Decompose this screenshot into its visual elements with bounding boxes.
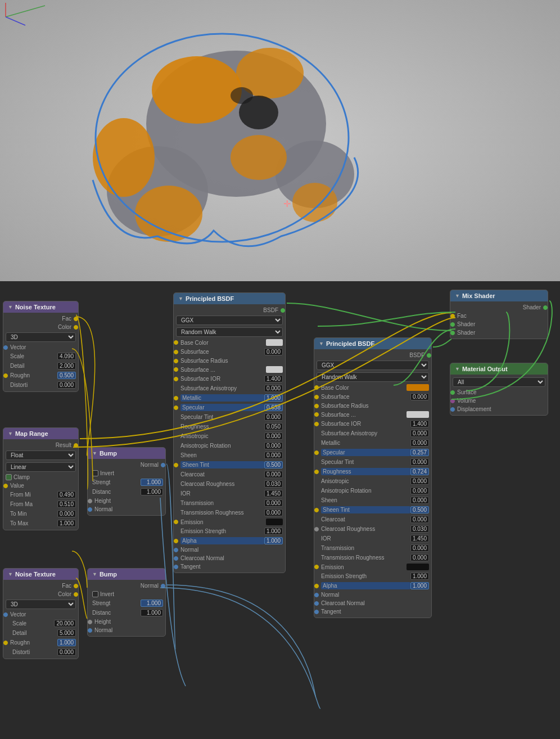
collapse-icon-3[interactable]: ▼ (8, 571, 13, 577)
principled-bsdf-1-node: ▼ Principled BSDF BSDF GGX Random Walk B… (173, 292, 286, 573)
svg-point-11 (292, 183, 337, 222)
roughness-socket-1 (3, 373, 8, 378)
bump-2-title: Bump (100, 571, 117, 578)
color-socket-2 (74, 592, 78, 597)
alpha-socket-1 (174, 539, 178, 543)
detail-value-1: 2.000 (57, 362, 76, 370)
tangent-socket-1 (174, 565, 178, 569)
emission-socket-1 (174, 520, 178, 524)
distance-value-2: 1.000 (141, 609, 163, 616)
base-color-socket-2 (314, 385, 319, 390)
specular-socket-2 (314, 450, 319, 455)
volume-socket (450, 399, 455, 403)
normal-input-socket-1 (88, 507, 92, 512)
map-range-title: Map Range (15, 430, 48, 437)
to-min-value: 0.000 (57, 510, 76, 517)
sub-ior-socket-2 (314, 422, 319, 426)
bump-2-node: ▼ Bump Normal Invert Strengt 1.000 Dista… (87, 568, 166, 637)
shader-input-socket-1 (450, 322, 455, 327)
clearcoat-roughness-socket-2 (314, 527, 319, 531)
invert-checkbox-2[interactable] (92, 591, 98, 597)
result-socket (74, 443, 78, 448)
displacement-socket (450, 407, 455, 412)
detail-value-2: 5.000 (57, 629, 76, 637)
bsdf-output-socket-2 (427, 353, 431, 358)
svg-point-9 (231, 135, 287, 180)
map-range-node: ▼ Map Range Result Float Linear Clamp (3, 427, 79, 530)
collapse-icon-9[interactable]: ▼ (455, 366, 460, 372)
mix-shader-node: ▼ Mix Shader Shader Fac Shader Shader (450, 290, 548, 339)
type-dropdown[interactable]: Float (6, 450, 76, 460)
bsdf-output-socket-1 (281, 308, 285, 313)
roughness-value-1: 0.500 (57, 372, 76, 379)
collapse-icon-6[interactable]: ▼ (178, 296, 183, 301)
roughness-socket-2 (3, 641, 8, 645)
fac-socket-mix (450, 314, 455, 318)
collapse-icon-4[interactable]: ▼ (92, 450, 97, 456)
sheen-tint-socket-2 (314, 508, 319, 512)
metallic-socket-1 (174, 396, 178, 400)
collapse-icon-5[interactable]: ▼ (92, 571, 97, 577)
svg-point-6 (152, 56, 242, 124)
tangent-socket-2 (314, 610, 319, 614)
strength-value-2: 1.000 (141, 600, 163, 607)
pbsdf-2-title: Principled BSDF (326, 340, 374, 347)
material-output-title: Material Output (462, 366, 508, 372)
collapse-icon-8[interactable]: ▼ (455, 293, 460, 299)
viewport: ✛ (0, 0, 560, 281)
specular-socket-1 (174, 405, 178, 410)
distortion-value-1: 0.000 (57, 381, 76, 389)
mix-shader-title: Mix Shader (462, 292, 495, 299)
clearcoat-normal-socket-1 (174, 556, 178, 561)
sub-color-socket-2 (314, 412, 319, 417)
svg-point-8 (93, 118, 155, 197)
all-dropdown[interactable]: All (453, 377, 545, 387)
subsurface-method-2[interactable]: Random Walk (317, 372, 429, 382)
surface-socket (450, 390, 455, 395)
normal-socket-2 (314, 593, 319, 597)
clamp-checkbox[interactable] (6, 474, 12, 480)
dimension-dropdown-1[interactable]: 3D (6, 332, 76, 342)
scale-value-2: 20.000 (54, 620, 76, 627)
distortion-value-2: 0.000 (57, 648, 76, 656)
principled-bsdf-2-node: ▼ Principled BSDF BSDF GGX Random Walk B… (314, 337, 432, 618)
sub-color-socket-1 (174, 367, 178, 372)
subsurface-method-1[interactable]: Random Walk (176, 327, 283, 337)
collapse-icon-2[interactable]: ▼ (8, 431, 13, 436)
roughness-value-2: 1.000 (57, 639, 76, 646)
subsurface-socket-2 (314, 395, 319, 399)
height-socket-2 (88, 620, 92, 624)
height-socket-1 (88, 499, 92, 503)
bump-1-title: Bump (100, 450, 117, 457)
vector-socket-2 (3, 612, 8, 617)
sub-radius-socket-2 (314, 404, 319, 408)
ggx-dropdown-2[interactable]: GGX (317, 361, 429, 370)
from-min-value: 0.490 (57, 491, 76, 498)
node-editor: ▼ Noise Texture Fac Color 3D Vector (0, 281, 560, 739)
color-socket (74, 325, 78, 330)
sub-radius-socket-1 (174, 359, 178, 363)
normal-socket-1 (174, 548, 178, 552)
alpha-socket-2 (314, 584, 319, 588)
vector-socket-1 (3, 345, 8, 350)
svg-point-13 (231, 87, 253, 104)
3d-object: ✛ (0, 0, 560, 281)
dimension-dropdown-2[interactable]: 3D (6, 600, 76, 609)
sheen-tint-socket-1 (174, 463, 178, 467)
collapse-icon-7[interactable]: ▼ (319, 341, 324, 346)
base-color-socket-1 (174, 340, 178, 345)
strength-value-1: 1.000 (141, 479, 163, 486)
normal-output-socket-1 (161, 463, 165, 467)
invert-checkbox-1[interactable] (92, 470, 98, 476)
from-max-value: 0.510 (57, 501, 76, 508)
interpolation-dropdown[interactable]: Linear (6, 462, 76, 472)
normal-output-socket-2 (161, 584, 165, 588)
noise-texture-1-node: ▼ Noise Texture Fac Color 3D Vector (3, 301, 79, 392)
collapse-icon[interactable]: ▼ (8, 304, 13, 310)
ggx-dropdown-1[interactable]: GGX (176, 316, 283, 325)
color-label: Color (6, 324, 74, 330)
pbsdf-1-title: Principled BSDF (186, 295, 234, 302)
shader-output-socket (543, 305, 548, 310)
fac-socket (74, 317, 78, 321)
roughness-socket-pbsdf2 (314, 470, 319, 474)
